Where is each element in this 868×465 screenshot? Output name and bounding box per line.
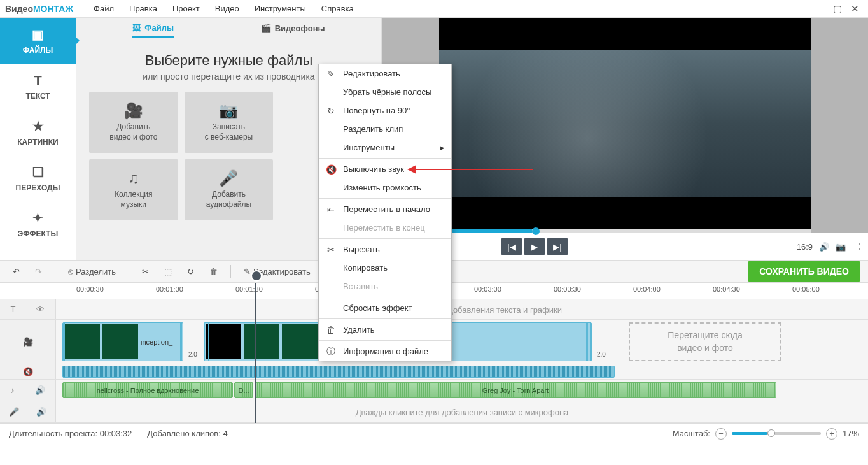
menu-bar: ВидеоМОНТАЖ Файл Правка Проект Видео Инс… bbox=[0, 0, 868, 18]
mic-track[interactable]: Дважды кликните для добавления записи с … bbox=[56, 401, 868, 422]
sidebar-transitions[interactable]: ❏ ПЕРЕХОДЫ bbox=[0, 155, 76, 201]
ctx-info[interactable]: ⓘИнформация о файле bbox=[319, 342, 451, 361]
menu-tools[interactable]: Инструменты bbox=[247, 4, 314, 13]
star-icon: ★ bbox=[32, 118, 44, 134]
scissors-icon: ✂ bbox=[325, 245, 337, 255]
audio-clip-1[interactable]: neilcross - Полное вдохновение bbox=[62, 382, 233, 398]
speaker-icon[interactable]: 🔊 bbox=[35, 385, 45, 395]
next-frame-button[interactable]: ▶| bbox=[547, 238, 568, 255]
status-bar: Длительность проекта: 00:03:32 Добавлено… bbox=[0, 423, 868, 443]
zoom-in-button[interactable]: + bbox=[826, 428, 837, 440]
cut-tool[interactable]: ✂ bbox=[137, 264, 154, 279]
video-track-icon: 🎥 bbox=[23, 337, 33, 347]
ctx-reset-effect[interactable]: Сбросить эффект bbox=[319, 299, 451, 317]
pencil-icon: ✎ bbox=[325, 69, 337, 79]
ctx-remove-bars[interactable]: Убрать чёрные полосы bbox=[319, 83, 451, 101]
music-track-head: ♪ 🔊 bbox=[0, 380, 56, 401]
zoom-slider[interactable] bbox=[732, 432, 821, 435]
tile-webcam[interactable]: 📷 Записать с веб-камеры bbox=[185, 92, 274, 153]
aspect-ratio[interactable]: 16:9 bbox=[797, 242, 813, 252]
menu-file[interactable]: Файл bbox=[86, 4, 122, 13]
menu-edit[interactable]: Правка bbox=[122, 4, 165, 13]
fullscreen-icon[interactable]: ⛶ bbox=[852, 242, 860, 252]
sidebar-files[interactable]: ▣ ФАЙЛЫ bbox=[0, 18, 76, 64]
music-track[interactable]: neilcross - Полное вдохновение D... Greg… bbox=[56, 380, 868, 401]
wand-icon: ✦ bbox=[32, 210, 43, 225]
menu-video[interactable]: Видео bbox=[207, 4, 247, 13]
delete-tool[interactable]: 🗑 bbox=[204, 264, 223, 279]
video-track-head: 🎥 bbox=[0, 320, 56, 364]
tab-backgrounds[interactable]: 🎬 Видеофоны bbox=[261, 24, 325, 37]
preview-seek-bar[interactable] bbox=[439, 229, 811, 233]
ctx-cut[interactable]: ✂Вырезать bbox=[319, 240, 451, 259]
rotate-tool[interactable]: ↻ bbox=[182, 264, 199, 279]
left-sidebar: ▣ ФАЙЛЫ T ТЕКСТ ★ КАРТИНКИ ❏ ПЕРЕХОДЫ ✦ … bbox=[0, 18, 76, 260]
preview-video[interactable] bbox=[439, 18, 811, 229]
mute-icon: 🔇 bbox=[325, 164, 337, 175]
video-clip-1[interactable]: inception_ bbox=[62, 322, 183, 361]
tile-add-media[interactable]: 🎥 Добавить видео и фото bbox=[89, 92, 178, 153]
volume-icon[interactable]: 🔊 bbox=[819, 242, 829, 252]
snapshot-icon[interactable]: 📷 bbox=[836, 242, 846, 252]
menu-project[interactable]: Проект bbox=[165, 4, 207, 13]
project-duration: Длительность проекта: 00:03:32 bbox=[9, 429, 132, 438]
speaker-icon-2[interactable]: 🔊 bbox=[36, 407, 46, 417]
redo-button[interactable]: ↷ bbox=[30, 264, 47, 279]
ctx-copy[interactable]: Копировать bbox=[319, 259, 451, 277]
eye-icon[interactable]: 👁 bbox=[36, 304, 45, 314]
video-drop-zone[interactable]: Перетащите сюда видео и фото bbox=[629, 322, 781, 361]
audio-clip-3[interactable]: Greg Joy - Torn Apart bbox=[255, 382, 776, 398]
text-track[interactable]: Дважды кликните для добавления текста и … bbox=[56, 299, 868, 319]
video-audio-track[interactable] bbox=[56, 364, 868, 379]
music-track-icon: ♪ bbox=[10, 385, 15, 395]
play-button[interactable]: ▶ bbox=[524, 238, 545, 255]
menu-help[interactable]: Справка bbox=[314, 4, 361, 13]
crop-tool[interactable]: ⬚ bbox=[159, 264, 177, 279]
move-icon: ⇤ bbox=[325, 204, 337, 215]
transition-1[interactable]: 2.0 bbox=[181, 331, 206, 357]
transitions-icon: ❏ bbox=[32, 164, 44, 180]
text-track-head: T 👁 bbox=[0, 299, 56, 319]
rotate-icon: ↻ bbox=[325, 106, 337, 116]
transition-2[interactable]: 2.0 bbox=[589, 331, 615, 357]
mic-track-head: 🎤 🔊 bbox=[0, 401, 56, 422]
ctx-move-end[interactable]: Переместить в конец bbox=[319, 218, 451, 237]
close-button[interactable]: ✕ bbox=[851, 3, 859, 15]
webcam-icon: 📷 bbox=[219, 102, 238, 120]
audio-clip-2[interactable]: D... bbox=[234, 382, 253, 398]
ctx-split[interactable]: Разделить клип bbox=[319, 120, 451, 138]
info-icon: ⓘ bbox=[325, 346, 337, 357]
minimize-button[interactable]: — bbox=[815, 3, 824, 15]
sidebar-images[interactable]: ★ КАРТИНКИ bbox=[0, 110, 76, 155]
clips-count: Добавлено клипов: 4 bbox=[147, 429, 227, 438]
ctx-move-start[interactable]: ⇤Переместить в начало bbox=[319, 200, 451, 218]
split-button[interactable]: ⎋ Разделить bbox=[63, 264, 121, 279]
muted-icon[interactable]: 🔇 bbox=[23, 367, 33, 376]
ctx-edit[interactable]: ✎Редактировать bbox=[319, 64, 451, 83]
maximize-button[interactable]: ▢ bbox=[833, 3, 842, 15]
preview-area: |◀ ▶ ▶| 16:9 🔊 📷 ⛶ bbox=[382, 18, 868, 260]
ctx-rotate[interactable]: ↻Повернуть на 90° bbox=[319, 101, 451, 120]
music-icon: ♫ bbox=[128, 169, 139, 187]
mic-icon: 🎤 bbox=[219, 169, 238, 187]
ctx-delete[interactable]: 🗑Удалить bbox=[319, 320, 451, 339]
tile-music[interactable]: ♫ Коллекция музыки bbox=[89, 159, 178, 220]
annotation-arrow bbox=[407, 164, 535, 176]
text-track-icon: T bbox=[11, 304, 16, 314]
playhead[interactable] bbox=[255, 283, 256, 423]
prev-frame-button[interactable]: |◀ bbox=[501, 238, 522, 255]
ctx-paste[interactable]: Вставить bbox=[319, 277, 451, 296]
video-track[interactable]: inception_ 2.0 inception_trailer.mp4 2. bbox=[56, 320, 868, 364]
tile-audio[interactable]: 🎤 Добавить аудиофайлы bbox=[185, 159, 274, 220]
sidebar-text[interactable]: T ТЕКСТ bbox=[0, 64, 76, 110]
context-menu: ✎Редактировать Убрать чёрные полосы ↻Пов… bbox=[318, 64, 452, 361]
sidebar-effects[interactable]: ✦ ЭФФЕКТЫ bbox=[0, 201, 76, 247]
ctx-volume[interactable]: Изменить громкость bbox=[319, 178, 451, 197]
save-video-button[interactable]: СОХРАНИТЬ ВИДЕО bbox=[748, 261, 860, 282]
ctx-tools[interactable]: Инструменты▸ bbox=[319, 138, 451, 157]
undo-button[interactable]: ↶ bbox=[8, 264, 25, 279]
scale-label: Масштаб: bbox=[673, 429, 710, 438]
zoom-out-button[interactable]: − bbox=[715, 428, 727, 440]
tab-files[interactable]: 🖼 Файлы bbox=[132, 23, 174, 38]
mic-track-icon: 🎤 bbox=[9, 407, 19, 417]
